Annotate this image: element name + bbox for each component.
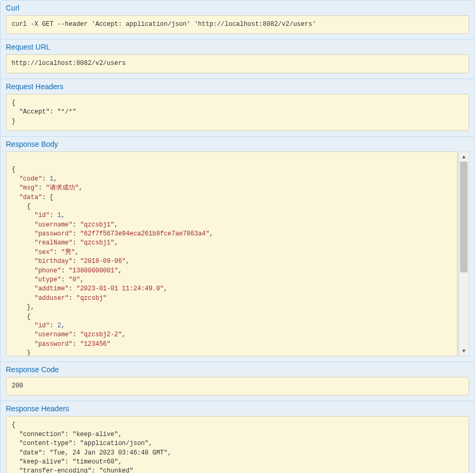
response-headers-title: Response Headers	[6, 404, 469, 413]
response-code-title: Response Code	[6, 365, 469, 374]
response-body-scroll-container: { "code": 1, "msg": "请求成功", "data": [ { …	[6, 152, 469, 356]
request-headers-title: Request Headers	[6, 82, 469, 91]
response-code-section: Response Code 200	[1, 362, 474, 401]
scroll-arrow-up-icon[interactable]: ▲	[459, 152, 469, 162]
curl-title: Curl	[6, 4, 469, 12]
response-headers-section: Response Headers { "connection": "keep-a…	[1, 401, 474, 473]
curl-section: Curl curl -X GET --header 'Accept: appli…	[1, 1, 474, 39]
scroll-thumb[interactable]	[460, 162, 468, 272]
request-url-code[interactable]: http://localhost:8082/v2/users	[6, 54, 469, 73]
scroll-arrow-down-icon[interactable]: ▼	[459, 346, 469, 356]
response-body-scrollbar[interactable]: ▲ ▼	[459, 152, 469, 356]
request-url-section: Request URL http://localhost:8082/v2/use…	[1, 39, 474, 78]
curl-code[interactable]: curl -X GET --header 'Accept: applicatio…	[6, 15, 469, 34]
request-url-title: Request URL	[6, 43, 469, 51]
response-headers-code[interactable]: { "connection": "keep-alive", "content-t…	[6, 416, 469, 473]
request-headers-section: Request Headers { "Accept": "*/*" }	[1, 79, 474, 136]
request-headers-code[interactable]: { "Accept": "*/*" }	[6, 94, 469, 131]
response-code-value[interactable]: 200	[6, 377, 469, 395]
response-body-section: Response Body { "code": 1, "msg": "请求成功"…	[1, 136, 474, 362]
response-body-code[interactable]: { "code": 1, "msg": "请求成功", "data": [ { …	[6, 152, 458, 356]
api-response-panel: Curl curl -X GET --header 'Accept: appli…	[0, 0, 475, 473]
response-body-title: Response Body	[6, 140, 469, 148]
scroll-track[interactable]	[459, 162, 469, 346]
